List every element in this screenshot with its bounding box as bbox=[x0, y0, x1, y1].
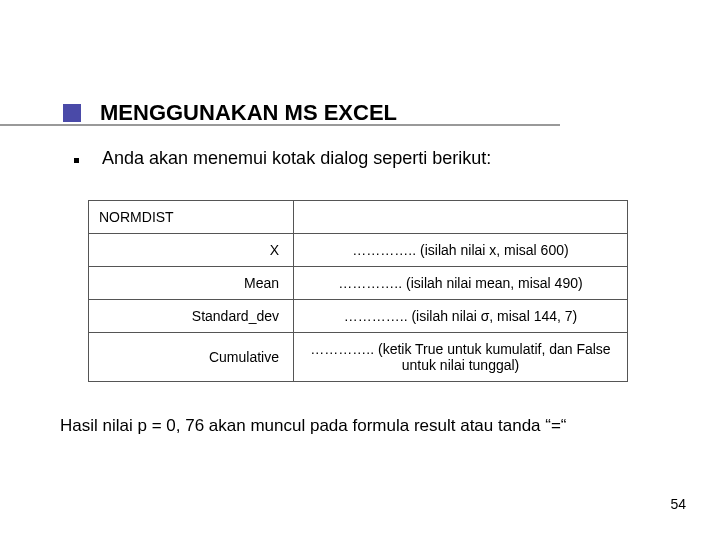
table-row: Mean ………….. (isilah nilai mean, misal 49… bbox=[89, 267, 628, 300]
table-header-row: NORMDIST bbox=[89, 201, 628, 234]
param-value: ………….. (isilah nilai x, misal 600) bbox=[294, 234, 628, 267]
param-label: Cumulative bbox=[89, 333, 294, 382]
result-text: Hasil nilai p = 0, 76 akan muncul pada f… bbox=[60, 416, 567, 436]
title-block: MENGGUNAKAN MS EXCEL bbox=[0, 100, 720, 128]
table-row: X ………….. (isilah nilai x, misal 600) bbox=[89, 234, 628, 267]
title-square-icon bbox=[63, 104, 81, 122]
param-label: Mean bbox=[89, 267, 294, 300]
bullet-text: Anda akan menemui kotak dialog seperti b… bbox=[102, 148, 680, 169]
table-row: Cumulative ………….. (ketik True untuk kumu… bbox=[89, 333, 628, 382]
param-value: ………….. (isilah nilai mean, misal 490) bbox=[294, 267, 628, 300]
param-value: ………….. (ketik True untuk kumulatif, dan … bbox=[294, 333, 628, 382]
table-header-label: NORMDIST bbox=[89, 201, 294, 234]
normdist-table: NORMDIST X ………….. (isilah nilai x, misal… bbox=[88, 200, 628, 382]
table-header-value bbox=[294, 201, 628, 234]
param-label: X bbox=[89, 234, 294, 267]
page-number: 54 bbox=[670, 496, 686, 512]
table-row: Standard_dev ………….. (isilah nilai σ, mis… bbox=[89, 300, 628, 333]
bullet-dot-icon bbox=[74, 158, 79, 163]
slide-title: MENGGUNAKAN MS EXCEL bbox=[100, 100, 397, 126]
slide: MENGGUNAKAN MS EXCEL Anda akan menemui k… bbox=[0, 0, 720, 540]
bullet-item: Anda akan menemui kotak dialog seperti b… bbox=[74, 148, 680, 169]
param-label: Standard_dev bbox=[89, 300, 294, 333]
param-value: ………….. (isilah nilai σ, misal 144, 7) bbox=[294, 300, 628, 333]
